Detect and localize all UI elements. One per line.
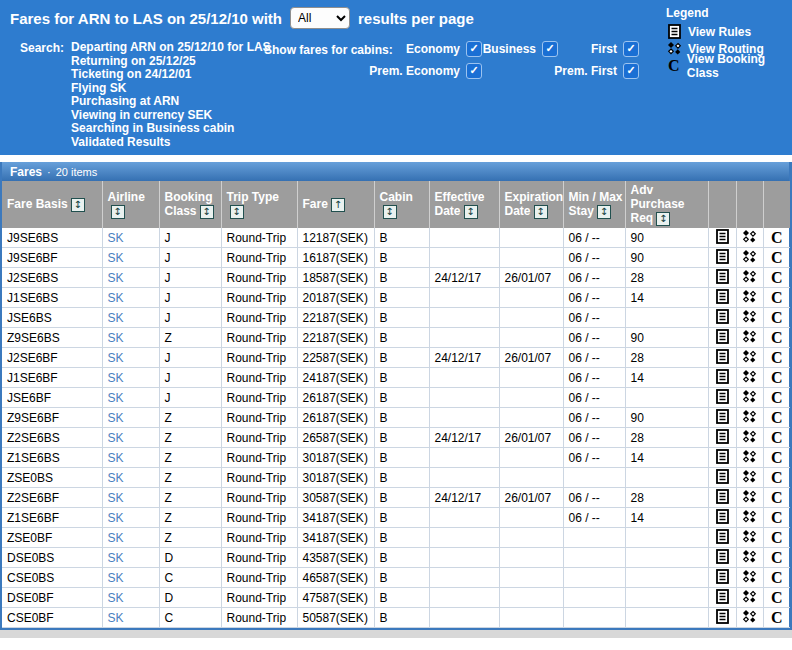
cabin-checkbox-first[interactable]: ✓ — [623, 41, 639, 57]
view-booking-class-button[interactable]: C — [771, 489, 783, 506]
view-rules-button[interactable] — [716, 328, 729, 347]
airline-link[interactable]: SK — [108, 371, 124, 385]
view-rules-button[interactable] — [716, 348, 729, 367]
airline-link[interactable]: SK — [108, 591, 124, 605]
view-rules-button[interactable] — [716, 248, 729, 267]
sort-button-expiration-date[interactable]: ↕ — [534, 205, 548, 219]
sort-button-booking-class[interactable]: ↕ — [200, 205, 214, 219]
view-routing-button[interactable] — [742, 448, 757, 467]
view-booking-class-button[interactable]: C — [771, 309, 783, 326]
airline-link[interactable]: SK — [108, 351, 124, 365]
cabin-checkbox-business[interactable]: ✓ — [542, 41, 558, 57]
view-booking-class-button[interactable]: C — [771, 429, 783, 446]
view-rules-button[interactable] — [716, 608, 729, 627]
sort-button-min-max-stay[interactable]: ↕ — [597, 205, 611, 219]
sort-button-effective-date[interactable]: ↕ — [464, 205, 478, 219]
airline-link[interactable]: SK — [108, 231, 124, 245]
view-rules-button[interactable] — [716, 508, 729, 527]
min-max-stay-cell: 06 / -- — [563, 348, 625, 368]
airline-link[interactable]: SK — [108, 451, 124, 465]
view-booking-class-button[interactable]: C — [771, 589, 783, 606]
view-routing-button[interactable] — [742, 368, 757, 387]
view-rules-button[interactable] — [716, 288, 729, 307]
view-routing-button[interactable] — [742, 388, 757, 407]
cabin-checkbox-economy[interactable]: ✓ — [466, 41, 482, 57]
airline-cell: SK — [102, 368, 159, 388]
view-routing-button[interactable] — [742, 468, 757, 487]
airline-link[interactable]: SK — [108, 391, 124, 405]
airline-link[interactable]: SK — [108, 411, 124, 425]
view-rules-button[interactable] — [716, 228, 729, 247]
view-routing-button[interactable] — [742, 608, 757, 627]
view-booking-class-button[interactable]: C — [771, 609, 783, 626]
view-routing-button[interactable] — [742, 488, 757, 507]
airline-link[interactable]: SK — [108, 331, 124, 345]
airline-link[interactable]: SK — [108, 471, 124, 485]
view-booking-class-button[interactable]: C — [771, 549, 783, 566]
airline-link[interactable]: SK — [108, 491, 124, 505]
airline-link[interactable]: SK — [108, 511, 124, 525]
airline-link[interactable]: SK — [108, 311, 124, 325]
view-rules-button[interactable] — [716, 488, 729, 507]
cabin-checkbox-prem-first[interactable]: ✓ — [623, 63, 639, 79]
view-booking-class-button[interactable]: C — [771, 509, 783, 526]
airline-link[interactable]: SK — [108, 531, 124, 545]
cabin-checkbox-prem-economy[interactable]: ✓ — [466, 63, 482, 79]
view-booking-class-button[interactable]: C — [771, 229, 783, 246]
results-per-page-select[interactable]: All — [290, 7, 350, 29]
view-booking-class-button[interactable]: C — [771, 269, 783, 286]
view-rules-button[interactable] — [716, 528, 729, 547]
view-booking-class-button[interactable]: C — [771, 249, 783, 266]
view-booking-class-button[interactable]: C — [771, 529, 783, 546]
view-rules-button[interactable] — [716, 468, 729, 487]
view-rules-button[interactable] — [716, 588, 729, 607]
sort-button-airline[interactable]: ↕ — [111, 205, 125, 219]
airline-link[interactable]: SK — [108, 251, 124, 265]
airline-link[interactable]: SK — [108, 611, 124, 625]
airline-link[interactable]: SK — [108, 551, 124, 565]
view-booking-class-button[interactable]: C — [771, 449, 783, 466]
view-routing-button[interactable] — [742, 288, 757, 307]
view-routing-button[interactable] — [742, 308, 757, 327]
view-rules-button[interactable] — [716, 388, 729, 407]
view-routing-button[interactable] — [742, 268, 757, 287]
view-rules-button[interactable] — [716, 368, 729, 387]
view-rules-button[interactable] — [716, 568, 729, 587]
airline-link[interactable]: SK — [108, 271, 124, 285]
view-booking-class-button[interactable]: C — [771, 349, 783, 366]
view-booking-class-button[interactable]: C — [771, 409, 783, 426]
view-booking-class-button[interactable]: C — [771, 389, 783, 406]
airline-link[interactable]: SK — [108, 571, 124, 585]
airline-link[interactable]: SK — [108, 291, 124, 305]
view-rules-button[interactable] — [716, 268, 729, 287]
view-booking-class-button[interactable]: C — [771, 369, 783, 386]
sort-button-cabin[interactable]: ↕ — [383, 205, 397, 219]
min-max-stay-cell: 06 / -- — [563, 228, 625, 248]
view-booking-class-button[interactable]: C — [771, 569, 783, 586]
view-booking-class-button[interactable]: C — [771, 289, 783, 306]
view-routing-button[interactable] — [742, 408, 757, 427]
view-routing-button[interactable] — [742, 508, 757, 527]
view-rules-button[interactable] — [716, 548, 729, 567]
sort-button-fare-basis[interactable]: ↕ — [71, 198, 85, 212]
view-routing-button[interactable] — [742, 548, 757, 567]
view-rules-button[interactable] — [716, 448, 729, 467]
view-rules-button[interactable] — [716, 428, 729, 447]
view-routing-button[interactable] — [742, 328, 757, 347]
view-routing-button[interactable] — [742, 348, 757, 367]
view-booking-class-icon: C — [771, 410, 783, 426]
view-routing-button[interactable] — [742, 248, 757, 267]
view-routing-button[interactable] — [742, 568, 757, 587]
view-routing-button[interactable] — [742, 528, 757, 547]
sort-button-fare[interactable]: ↑ — [331, 198, 345, 212]
sort-button-trip-type[interactable]: ↕ — [230, 205, 244, 219]
view-rules-button[interactable] — [716, 408, 729, 427]
view-booking-class-button[interactable]: C — [771, 469, 783, 486]
view-routing-button[interactable] — [742, 588, 757, 607]
sort-button-adv-purchase-req[interactable]: ↕ — [656, 212, 670, 226]
view-booking-class-button[interactable]: C — [771, 329, 783, 346]
view-rules-button[interactable] — [716, 308, 729, 327]
view-routing-button[interactable] — [742, 228, 757, 247]
view-routing-button[interactable] — [742, 428, 757, 447]
airline-link[interactable]: SK — [108, 431, 124, 445]
